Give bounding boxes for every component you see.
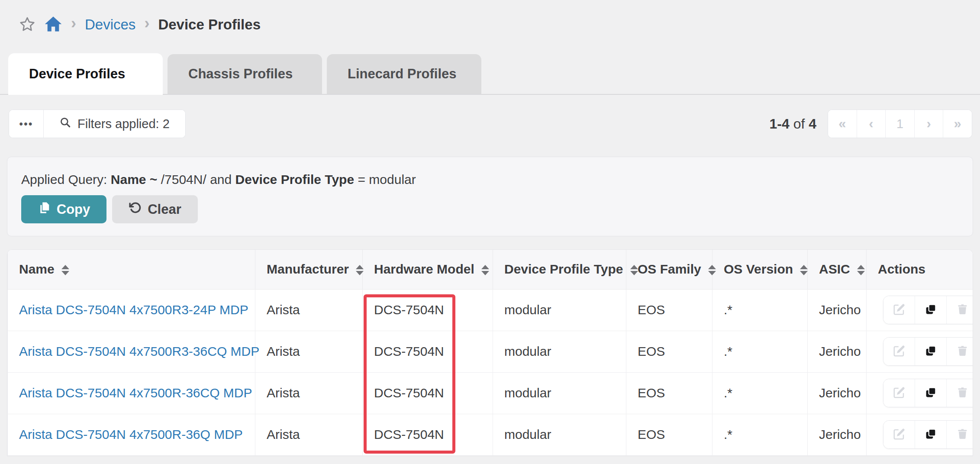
cell-device-profile-type: modular bbox=[493, 289, 626, 331]
edit-icon bbox=[893, 345, 906, 359]
copy-row-button[interactable] bbox=[915, 296, 946, 324]
sort-icon bbox=[61, 265, 69, 275]
column-header-actions: Actions bbox=[867, 250, 974, 289]
applied-query-card: Applied Query: Name ~ /7504N/ and Device… bbox=[7, 157, 973, 236]
tab-chassis-profiles[interactable]: Chassis Profiles bbox=[168, 54, 322, 94]
column-header-os-family[interactable]: OS Family bbox=[626, 250, 712, 289]
breadcrumb-link-devices[interactable]: Devices bbox=[85, 16, 135, 33]
cell-actions bbox=[867, 331, 974, 372]
star-icon bbox=[19, 16, 35, 34]
column-header-os-version[interactable]: OS Version bbox=[712, 250, 808, 289]
column-header-name[interactable]: Name bbox=[8, 250, 255, 289]
applied-query-text: Applied Query: Name ~ /7504N/ and Device… bbox=[21, 172, 416, 187]
delete-button[interactable] bbox=[946, 338, 973, 365]
duplicate-icon bbox=[925, 303, 937, 317]
column-header-hardware-model[interactable]: Hardware Model bbox=[363, 250, 493, 289]
tab-device-profiles[interactable]: Device Profiles bbox=[8, 53, 163, 95]
cell-os-family: EOS bbox=[626, 331, 712, 372]
device-profile-link[interactable]: Arista DCS-7504N 4x7500R-36CQ MDP bbox=[19, 386, 252, 400]
copy-query-button[interactable]: Copy bbox=[21, 195, 106, 223]
pagination-button-group: « ‹ 1 › » bbox=[828, 110, 972, 138]
filters-applied-button[interactable]: Filters applied: 2 bbox=[44, 110, 185, 138]
row-action-group bbox=[883, 420, 973, 449]
query-actions: Copy Clear bbox=[21, 195, 198, 223]
edit-icon bbox=[893, 386, 906, 400]
device-profile-link[interactable]: Arista DCS-7504N 4x7500R3-36CQ MDP bbox=[19, 344, 259, 358]
device-profiles-table: Name Manufacturer Hardware Model Device … bbox=[7, 249, 973, 456]
pagination-last-button[interactable]: » bbox=[943, 110, 972, 138]
cell-device-profile-type: modular bbox=[493, 414, 626, 455]
pagination-prev-button[interactable]: ‹ bbox=[857, 110, 886, 138]
cell-manufacturer: Arista bbox=[255, 414, 363, 455]
cell-os-version: .* bbox=[712, 414, 808, 455]
trash-icon bbox=[957, 345, 968, 358]
pagination-next-button[interactable]: › bbox=[914, 110, 943, 138]
cell-name: Arista DCS-7504N 4x7500R3-24P MDP bbox=[8, 289, 255, 331]
copy-row-button[interactable] bbox=[915, 421, 946, 448]
cell-hardware-model: DCS-7504N bbox=[363, 414, 493, 455]
pagination-first-button[interactable]: « bbox=[828, 110, 857, 138]
copy-icon bbox=[38, 201, 51, 218]
edit-button[interactable] bbox=[883, 296, 915, 324]
column-header-device-profile-type[interactable]: Device Profile Type bbox=[493, 250, 626, 289]
trash-icon bbox=[957, 386, 968, 400]
cell-device-profile-type: modular bbox=[493, 372, 626, 414]
cell-asic: Jericho bbox=[808, 372, 867, 414]
sort-icon bbox=[630, 265, 638, 275]
home-link[interactable] bbox=[44, 16, 62, 34]
edit-button[interactable] bbox=[883, 379, 915, 407]
edit-icon bbox=[893, 303, 906, 317]
cell-os-family: EOS bbox=[626, 372, 712, 414]
row-action-group bbox=[883, 379, 973, 407]
table-row: Arista DCS-7504N 4x7500R-36Q MDP Arista … bbox=[8, 414, 974, 455]
delete-button[interactable] bbox=[946, 296, 973, 324]
trash-icon bbox=[957, 428, 968, 441]
cell-name: Arista DCS-7504N 4x7500R-36Q MDP bbox=[8, 414, 255, 455]
edit-button[interactable] bbox=[883, 421, 915, 448]
tab-linecard-profiles[interactable]: Linecard Profiles bbox=[327, 54, 481, 94]
edit-button[interactable] bbox=[883, 338, 915, 365]
chevron-right-icon: › bbox=[144, 16, 149, 34]
cell-os-family: EOS bbox=[626, 289, 712, 331]
device-profile-link[interactable]: Arista DCS-7504N 4x7500R-36Q MDP bbox=[19, 427, 243, 441]
cell-actions bbox=[867, 414, 974, 455]
device-profile-link[interactable]: Arista DCS-7504N 4x7500R3-24P MDP bbox=[19, 303, 248, 317]
cell-asic: Jericho bbox=[808, 414, 867, 455]
cell-manufacturer: Arista bbox=[255, 372, 363, 414]
copy-row-button[interactable] bbox=[915, 379, 946, 407]
cell-name: Arista DCS-7504N 4x7500R3-36CQ MDP bbox=[8, 331, 255, 372]
sort-icon bbox=[481, 265, 489, 275]
more-options-button[interactable]: ••• bbox=[9, 110, 44, 138]
cell-asic: Jericho bbox=[808, 331, 867, 372]
favorite-star-button[interactable] bbox=[19, 16, 35, 34]
copy-row-button[interactable] bbox=[915, 338, 946, 365]
row-action-group bbox=[883, 296, 973, 324]
tab-bar: Device Profiles Chassis Profiles Linecar… bbox=[0, 53, 980, 95]
cell-actions bbox=[867, 372, 974, 414]
cell-os-version: .* bbox=[712, 331, 808, 372]
undo-icon bbox=[129, 201, 142, 218]
delete-button[interactable] bbox=[946, 379, 973, 407]
duplicate-icon bbox=[925, 386, 937, 400]
home-icon bbox=[44, 16, 62, 34]
cell-os-family: EOS bbox=[626, 414, 712, 455]
sort-icon bbox=[356, 265, 364, 275]
breadcrumb-current-page: Device Profiles bbox=[158, 16, 261, 33]
column-header-manufacturer[interactable]: Manufacturer bbox=[255, 250, 363, 289]
filters-applied-label: Filters applied: 2 bbox=[77, 117, 170, 131]
pagination-page-button[interactable]: 1 bbox=[885, 110, 914, 138]
clear-query-button[interactable]: Clear bbox=[112, 195, 198, 223]
cell-asic: Jericho bbox=[808, 289, 867, 331]
filter-button-group: ••• Filters applied: 2 bbox=[9, 110, 186, 138]
delete-button[interactable] bbox=[946, 421, 973, 448]
edit-icon bbox=[893, 428, 906, 442]
search-icon bbox=[59, 116, 71, 131]
sort-icon bbox=[708, 265, 716, 275]
cell-hardware-model: DCS-7504N bbox=[363, 331, 493, 372]
cell-hardware-model: DCS-7504N bbox=[363, 372, 493, 414]
column-header-asic[interactable]: ASIC bbox=[808, 250, 867, 289]
table-row: Arista DCS-7504N 4x7500R-36CQ MDP Arista… bbox=[8, 372, 974, 414]
toolbar: ••• Filters applied: 2 1-4 of 4 « ‹ 1 › … bbox=[9, 110, 972, 138]
duplicate-icon bbox=[925, 345, 937, 358]
table-header-row: Name Manufacturer Hardware Model Device … bbox=[8, 250, 974, 289]
